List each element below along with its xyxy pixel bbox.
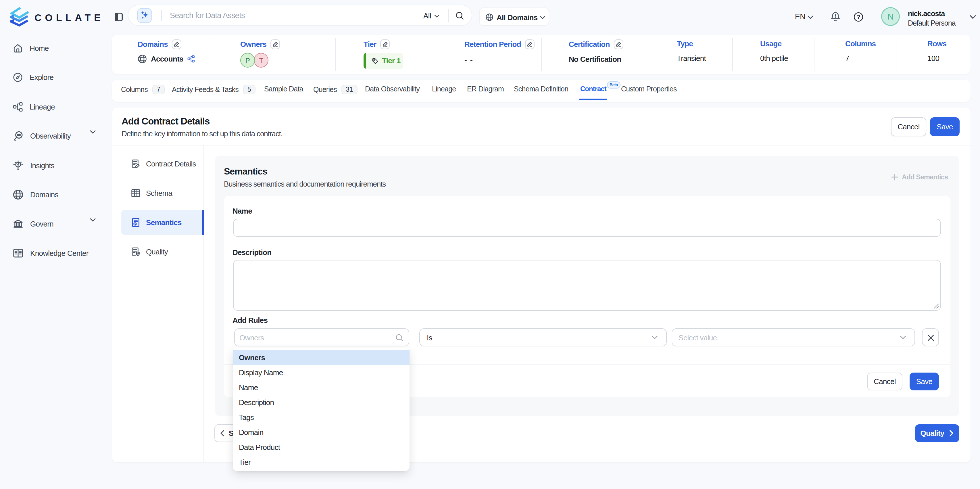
svg-text:?: ? <box>857 14 860 20</box>
